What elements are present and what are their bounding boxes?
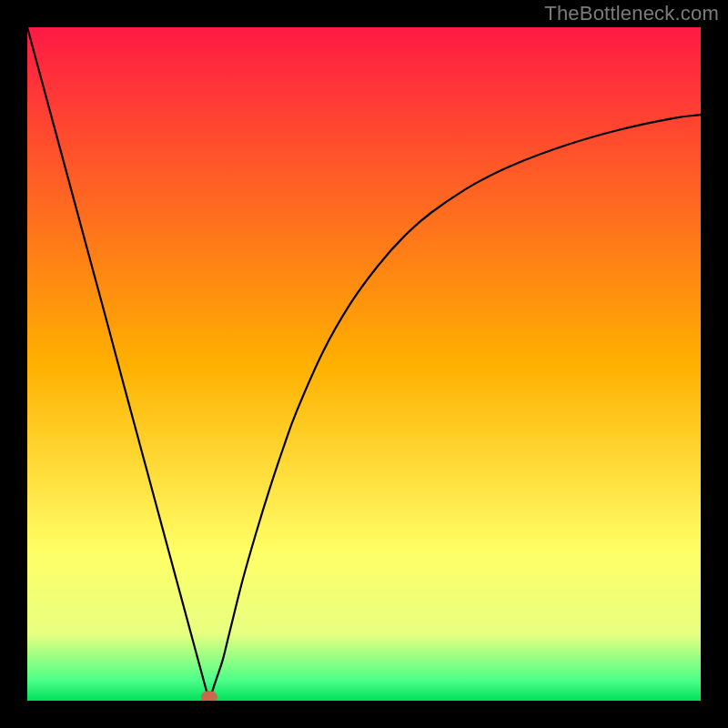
watermark-text: TheBottleneck.com (544, 2, 719, 25)
chart-frame: TheBottleneck.com (0, 0, 728, 728)
chart-svg (27, 27, 701, 701)
chart-plot-area (27, 27, 701, 701)
svg-rect-0 (27, 27, 701, 701)
